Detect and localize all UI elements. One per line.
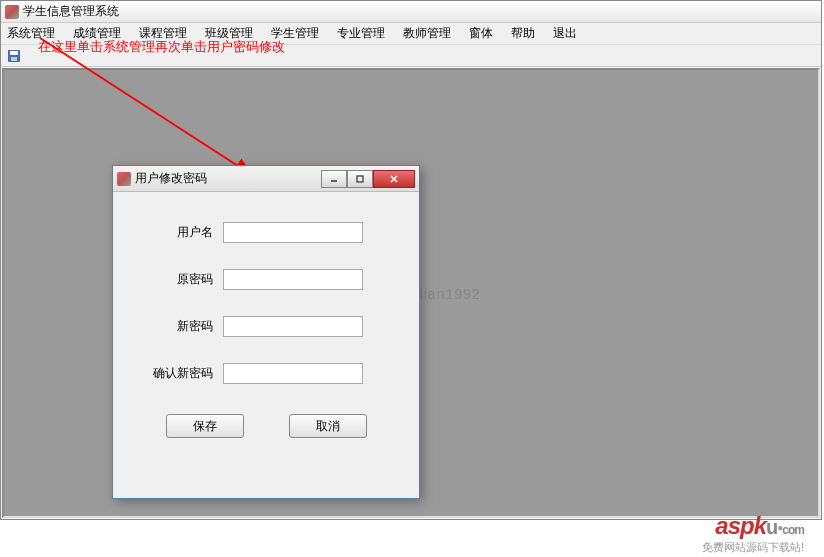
dialog-action-row: 保存 取消 — [133, 414, 399, 438]
input-username[interactable] — [223, 222, 363, 243]
input-confirm-password[interactable] — [223, 363, 363, 384]
logo-u: u — [766, 516, 777, 538]
svg-rect-1 — [10, 51, 18, 55]
menu-major[interactable]: 专业管理 — [337, 25, 385, 42]
menu-help[interactable]: 帮助 — [511, 25, 535, 42]
logo-text: aspku●com — [702, 512, 804, 540]
minimize-icon — [329, 174, 339, 184]
row-old-password: 原密码 — [133, 269, 399, 290]
logo-tagline: 免费网站源码下载站! — [702, 540, 804, 555]
change-password-dialog: 用户修改密码 用户名 原密码 新密码 确认新密码 — [112, 165, 420, 499]
input-old-password[interactable] — [223, 269, 363, 290]
cancel-button[interactable]: 取消 — [289, 414, 367, 438]
svg-rect-2 — [11, 57, 17, 61]
annotation-text: 在这里单击系统管理再次单击用户密码修改 — [38, 38, 285, 56]
logo-com: com — [782, 523, 804, 537]
label-username: 用户名 — [133, 224, 223, 241]
minimize-button[interactable] — [321, 170, 347, 188]
dialog-title: 用户修改密码 — [135, 170, 321, 187]
save-button[interactable]: 保存 — [166, 414, 244, 438]
close-icon — [388, 173, 400, 185]
dialog-window-buttons — [321, 170, 415, 188]
menu-teacher[interactable]: 教师管理 — [403, 25, 451, 42]
row-username: 用户名 — [133, 222, 399, 243]
label-confirm-password: 确认新密码 — [133, 365, 223, 382]
dialog-body: 用户名 原密码 新密码 确认新密码 保存 取消 — [113, 192, 419, 448]
svg-rect-6 — [357, 176, 363, 182]
label-new-password: 新密码 — [133, 318, 223, 335]
maximize-button[interactable] — [347, 170, 373, 188]
menu-window[interactable]: 窗体 — [469, 25, 493, 42]
menu-exit[interactable]: 退出 — [553, 25, 577, 42]
logo-brand: aspk — [715, 512, 766, 539]
dialog-title-bar[interactable]: 用户修改密码 — [113, 166, 419, 192]
input-new-password[interactable] — [223, 316, 363, 337]
save-tool-icon[interactable] — [5, 47, 23, 65]
row-confirm-password: 确认新密码 — [133, 363, 399, 384]
maximize-icon — [355, 174, 365, 184]
footer-logo: aspku●com 免费网站源码下载站! — [702, 512, 804, 555]
close-button[interactable] — [373, 170, 415, 188]
app-icon — [5, 5, 19, 19]
dialog-icon — [117, 172, 131, 186]
main-title-bar: 学生信息管理系统 — [1, 1, 821, 23]
window-title: 学生信息管理系统 — [23, 3, 119, 20]
row-new-password: 新密码 — [133, 316, 399, 337]
label-old-password: 原密码 — [133, 271, 223, 288]
